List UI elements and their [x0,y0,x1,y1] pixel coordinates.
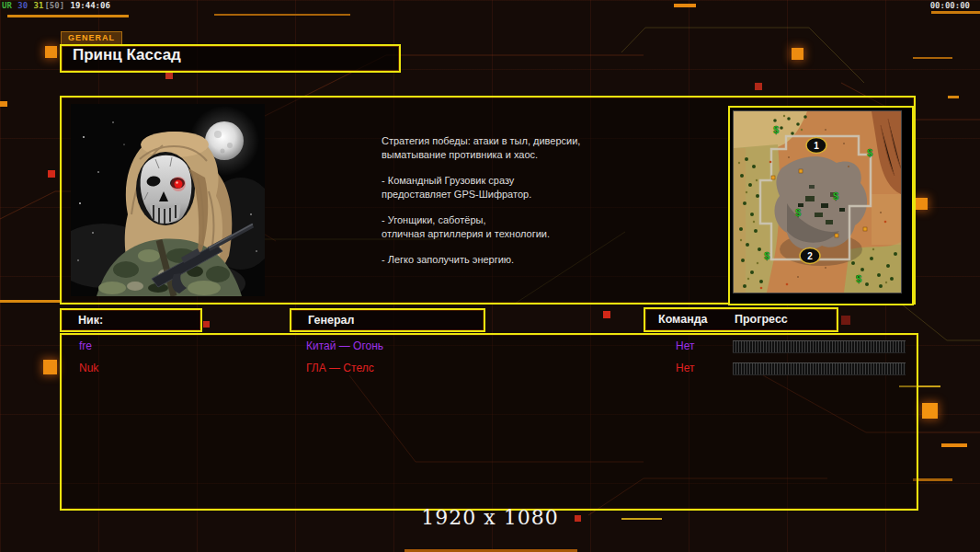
player-general: Китай — Огонь [306,339,383,352]
match-timer: 00:00:00 [930,1,970,10]
decor-dash [931,11,980,14]
status-clock: 19:44:06 [70,1,109,10]
svg-text:$: $ [795,207,801,218]
start-position-2: 2 [800,248,820,264]
svg-text:$: $ [764,250,769,261]
decor-dash [674,4,696,7]
svg-text:$: $ [867,147,872,158]
desc-line: Стратегия победы: атаки в тыл, диверсии, [382,135,580,146]
decor-square [922,403,938,419]
header-progress-label: Прогресс [735,309,788,330]
general-title-box: Принц Кассад [60,44,401,73]
decor-dash [0,300,60,303]
map-preview-image: $ $ $ $ $ $ 1 2 [734,111,901,293]
decor-dash [948,96,959,98]
desc-line: - Легко заполучить энергию. [382,254,514,265]
desc-line: отличная артиллерия и технологии. [382,228,550,239]
map-preview[interactable]: $ $ $ $ $ $ 1 2 [728,106,914,305]
player-row[interactable]: fre Китай — Огонь Нет [62,337,917,357]
player-nick: fre [79,339,92,352]
decor-square [45,46,57,58]
strategy-description: Стратегия победы: атаки в тыл, диверсии,… [382,134,685,279]
player-nick: Nuk [79,362,98,374]
svg-text:$: $ [773,124,779,135]
decor-dash [214,14,350,16]
decor-square [841,316,850,325]
start-position-1: 1 [806,138,826,154]
decor-square [603,311,610,318]
decor-dash [0,101,7,107]
lobby-screen: UR 30 31[50] 19:44:06 00:00:00 GENERAL П… [0,0,980,552]
header-team-label: Команда [658,309,708,330]
player-progress-bar [733,362,906,375]
player-progress-bar [733,340,906,353]
svg-text:1: 1 [814,141,819,151]
desc-line: - Угонщики, саботёры, [382,214,485,225]
desc-line: - Командный Грузовик сразу [382,175,514,186]
player-list-panel: fre Китай — Огонь Нет Nuk ГЛА — Стелс Не… [60,333,918,511]
decor-square [755,83,762,90]
player-general: ГЛА — Стелс [306,362,374,374]
header-nick: Ник: [60,308,202,332]
svg-text:$: $ [856,273,861,284]
header-team-progress: Команда Прогресс [644,307,838,332]
header-general: Генерал [290,308,485,332]
decor-square [792,48,803,60]
svg-text:$: $ [833,190,838,201]
decor-dash [913,478,952,481]
general-title: Принц Кассад [62,46,399,64]
player-team: Нет [676,362,694,374]
faction-portrait [71,104,265,296]
decor-dash [913,57,952,59]
decor-square [203,321,210,328]
resolution-text: 1920 x 1080 [0,506,980,529]
decor-dash [941,443,967,447]
status-ur: UR [2,1,12,10]
status-bracket: [50] [44,1,64,10]
decor-square [48,170,55,178]
player-row[interactable]: Nuk ГЛА — Стелс Нет [62,359,917,379]
general-info-panel: Стратегия победы: атаки в тыл, диверсии,… [60,96,916,305]
status-num-1: 30 [17,1,28,10]
decor-square [43,360,57,374]
tab-general[interactable]: GENERAL [61,31,122,45]
gentool-status-text: UR 30 31[50] 19:44:06 [2,1,111,10]
decor-dash [7,15,129,17]
status-num-2: 31 [34,1,44,10]
decor-square [165,72,173,79]
decor-square [916,198,928,210]
red-eye-lens [175,180,183,189]
desc-line: предоставляет GPS-Шифратор. [382,189,531,200]
desc-line: выматывание противника и хаос. [382,149,538,160]
svg-text:2: 2 [807,251,813,261]
player-team: Нет [676,339,694,352]
header-nick-label: Ник: [78,310,103,330]
header-general-label: Генерал [308,310,354,330]
